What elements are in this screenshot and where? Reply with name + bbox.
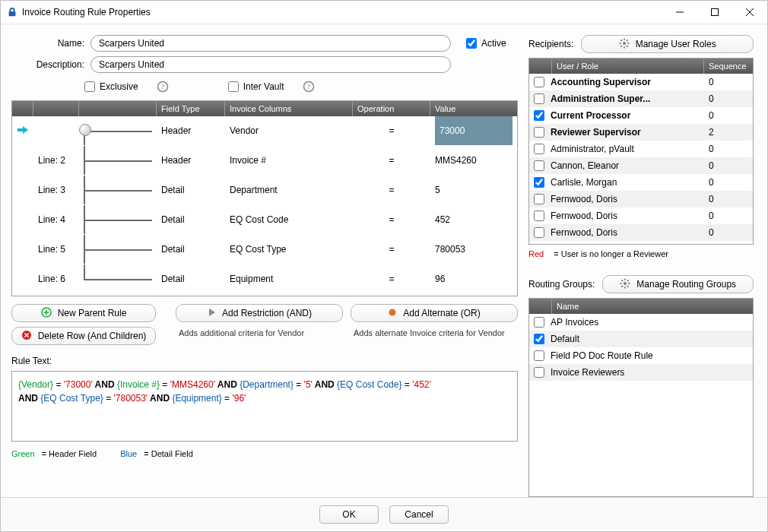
list-item[interactable]: Monroe III, Sanderson0: [529, 241, 753, 244]
rule-field-type[interactable]: Detail: [157, 185, 225, 195]
list-item[interactable]: Administrator, pVault0: [529, 141, 753, 157]
recipient-checkbox[interactable]: [534, 110, 544, 121]
rules-grid[interactable]: Field Type Invoice Columns Operation Val…: [11, 100, 518, 296]
group-checkbox[interactable]: [534, 367, 544, 378]
list-item[interactable]: Fernwood, Doris0: [529, 207, 753, 224]
rule-invoice-column[interactable]: EQ Cost Type: [225, 244, 353, 255]
rule-invoice-column[interactable]: Department: [225, 185, 353, 195]
rule-value[interactable]: 73000: [430, 116, 517, 145]
help-icon[interactable]: ?: [157, 81, 169, 93]
new-parent-rule-button[interactable]: New Parent Rule: [11, 304, 156, 322]
list-item[interactable]: Fernwood, Doris0: [529, 224, 753, 241]
rule-operation[interactable]: =: [353, 214, 430, 225]
intervault-checkbox[interactable]: [228, 81, 239, 92]
rule-value[interactable]: 780053: [430, 244, 517, 255]
list-item[interactable]: Fernwood, Doris0: [529, 191, 753, 207]
list-item[interactable]: Carlisle, Morgan0: [529, 174, 753, 191]
rule-invoice-column[interactable]: Equipment: [225, 274, 353, 284]
rule-row[interactable]: Line: 2HeaderInvoice #=MMS4260: [12, 146, 517, 176]
rule-invoice-column[interactable]: Vendor: [225, 125, 353, 136]
close-button[interactable]: [732, 1, 767, 24]
col-header-user-role[interactable]: User / Role: [552, 59, 704, 74]
recipient-checkbox[interactable]: [534, 194, 544, 204]
recipient-checkbox[interactable]: [534, 144, 544, 154]
add-alternate-button[interactable]: Add Alternate (OR): [351, 304, 518, 322]
rule-field-type[interactable]: Detail: [157, 244, 225, 255]
col-header-value[interactable]: Value: [430, 101, 517, 116]
col-header-operation[interactable]: Operation: [353, 101, 430, 116]
exclusive-option[interactable]: Exclusive: [84, 81, 138, 92]
recipient-checkbox[interactable]: [534, 211, 544, 221]
rule-row[interactable]: Line: 4DetailEQ Cost Code=452: [12, 205, 517, 235]
rule-row[interactable]: HeaderVendor=73000: [12, 116, 517, 146]
ok-button[interactable]: OK: [319, 505, 379, 524]
col-header-name[interactable]: Name: [552, 299, 753, 314]
rule-operation[interactable]: =: [353, 125, 430, 136]
help-icon[interactable]: ?: [303, 81, 315, 93]
rule-row[interactable]: Line: 5DetailEQ Cost Type=780053: [12, 235, 517, 264]
rule-line: Line: 3: [33, 185, 79, 195]
recipient-checkbox[interactable]: [534, 227, 544, 238]
list-item[interactable]: Invoice Reviewers: [529, 364, 753, 381]
rule-value[interactable]: 452: [430, 214, 517, 225]
delete-row-button[interactable]: Delete Row (And Children): [11, 327, 156, 345]
rule-row[interactable]: Line: 6DetailEquipment=96: [12, 264, 517, 294]
minimize-button[interactable]: [662, 1, 697, 24]
manage-routing-groups-button[interactable]: Manage Routing Groups: [602, 275, 754, 293]
recipient-checkbox[interactable]: [534, 127, 544, 138]
rule-field-type[interactable]: Header: [157, 125, 225, 136]
maximize-button[interactable]: [697, 1, 732, 24]
recipient-checkbox[interactable]: [534, 160, 544, 171]
list-item[interactable]: Reviewer Supervisor2: [529, 124, 753, 141]
recipients-list-body[interactable]: Accounting Supervisor0Administration Sup…: [529, 74, 753, 244]
recipient-checkbox[interactable]: [534, 77, 544, 87]
recipients-list[interactable]: User / Role Sequence Accounting Supervis…: [528, 58, 754, 245]
rule-field-type[interactable]: Header: [157, 155, 225, 166]
rule-line: Line: 6: [33, 274, 79, 284]
rule-row[interactable]: Line: 3DetailDepartment=5: [12, 176, 517, 205]
active-label: Active: [481, 38, 506, 49]
rule-operation[interactable]: =: [353, 155, 430, 166]
list-item[interactable]: Default: [529, 331, 753, 347]
list-item[interactable]: Accounting Supervisor0: [529, 74, 753, 90]
rules-grid-body[interactable]: HeaderVendor=73000Line: 2HeaderInvoice #…: [12, 116, 517, 296]
active-checkbox[interactable]: [466, 38, 477, 49]
list-item[interactable]: Administration Super...0: [529, 90, 753, 107]
rule-operation[interactable]: =: [353, 185, 430, 195]
routing-groups-list[interactable]: Name AP InvoicesDefaultField PO Doc Rout…: [528, 298, 754, 497]
col-header-field-type[interactable]: Field Type: [157, 101, 225, 116]
rule-value[interactable]: 96: [430, 274, 517, 284]
rule-invoice-column[interactable]: Invoice #: [225, 155, 353, 166]
group-checkbox[interactable]: [534, 334, 544, 344]
col-header-sequence[interactable]: Sequence: [704, 59, 753, 74]
recipient-checkbox[interactable]: [534, 93, 544, 104]
svg-point-8: [623, 42, 626, 45]
rule-operation[interactable]: =: [353, 244, 430, 255]
name-input[interactable]: [90, 35, 451, 52]
recipient-name: Fernwood, Doris: [551, 194, 703, 204]
rule-value[interactable]: MMS4260: [430, 155, 517, 166]
group-checkbox[interactable]: [534, 317, 544, 328]
list-item[interactable]: AP Invoices: [529, 314, 753, 331]
rule-operation[interactable]: =: [353, 274, 430, 284]
description-input[interactable]: [90, 56, 451, 73]
exclusive-checkbox[interactable]: [84, 81, 95, 92]
col-header-invoice-columns[interactable]: Invoice Columns: [225, 101, 353, 116]
group-checkbox[interactable]: [534, 350, 544, 361]
cancel-button[interactable]: Cancel: [389, 505, 449, 524]
col-header-tree: [79, 101, 157, 116]
rule-field-type[interactable]: Detail: [157, 274, 225, 284]
routing-groups-list-body[interactable]: AP InvoicesDefaultField PO Doc Route Rul…: [529, 314, 753, 496]
rule-invoice-column[interactable]: EQ Cost Code: [225, 214, 353, 225]
list-item[interactable]: Field PO Doc Route Rule: [529, 347, 753, 364]
rule-value[interactable]: 5: [430, 185, 517, 195]
list-item[interactable]: Cannon, Eleanor0: [529, 157, 753, 174]
recipient-checkbox[interactable]: [534, 177, 544, 188]
manage-user-roles-button[interactable]: Manage User Roles: [581, 35, 754, 53]
rule-field-type[interactable]: Detail: [157, 214, 225, 225]
add-restriction-button[interactable]: Add Restriction (AND): [176, 304, 343, 322]
legend-blue-text: = Detail Field: [144, 449, 193, 458]
list-item[interactable]: Current Processor0: [529, 107, 753, 124]
recipients-note: Red = User is no longer a Reviewer: [528, 249, 754, 258]
intervault-option[interactable]: Inter Vault: [228, 81, 284, 92]
